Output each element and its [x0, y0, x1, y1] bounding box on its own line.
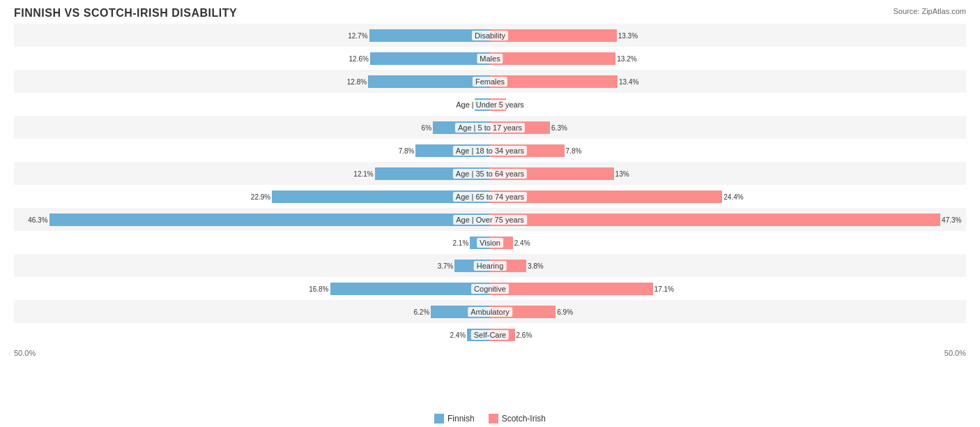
row-center-label: Disability [472, 31, 508, 40]
row-left-value: 2.4% [450, 331, 466, 338]
chart-row: Age | 35 to 64 years12.1%13% [14, 162, 966, 185]
row-right-value: 47.3% [942, 216, 961, 223]
chart-row: Males12.6%13.2% [14, 47, 966, 70]
bar-right [490, 214, 940, 226]
row-left-value: 12.1% [353, 170, 373, 177]
bar-left [330, 283, 490, 295]
row-right-value: 2.6% [516, 331, 533, 338]
legend: Finnish Scotch-Irish [434, 414, 546, 424]
row-center-label: Females [473, 77, 507, 87]
row-left-value: 3.7% [438, 262, 454, 269]
bar-left [49, 214, 490, 226]
row-right-value: 6.9% [557, 308, 573, 315]
source-label: Source: ZipAtlas.com [893, 7, 966, 15]
row-center-label: Age | 35 to 64 years [453, 169, 527, 179]
chart-row: Vision2.1%2.4% [14, 231, 966, 254]
axis-label-left: 50.0% [14, 349, 36, 357]
row-center-label: Age | Under 5 years [453, 100, 527, 110]
bar-right [490, 52, 615, 65]
row-right-value: 13% [615, 170, 629, 177]
chart-row: Age | 18 to 34 years7.8%7.8% [14, 139, 966, 162]
legend-finnish-box [434, 414, 444, 424]
row-left-value: 2.1% [453, 239, 469, 246]
row-center-label: Age | Over 75 years [453, 215, 527, 225]
row-center-label: Age | 5 to 17 years [455, 123, 525, 133]
chart-row: Disability12.7%13.3% [14, 24, 966, 47]
row-center-label: Hearing [474, 261, 507, 271]
row-left-value: 16.8% [309, 285, 328, 292]
row-right-value: 13.4% [619, 77, 638, 85]
chart-row: Age | Under 5 years1.6%1.7% [14, 93, 966, 116]
row-left-value: 12.7% [348, 31, 367, 39]
chart-row: Self-Care2.4%2.6% [14, 323, 966, 346]
row-right-value: 24.4% [723, 193, 743, 200]
chart-row: Age | 5 to 17 years6%6.3% [14, 116, 966, 139]
chart-row: Cognitive16.8%17.1% [14, 277, 966, 300]
chart-row: Hearing3.7%3.8% [14, 254, 966, 277]
legend-scotch-irish-label: Scotch-Irish [502, 414, 546, 424]
chart-row: Females12.8%13.4% [14, 70, 966, 93]
row-left-value: 6% [422, 123, 431, 131]
bar-left [370, 52, 490, 65]
row-left-value: 12.8% [347, 77, 367, 85]
row-right-value: 2.4% [514, 239, 530, 246]
chart-title: FINNISH VS SCOTCH-IRISH DISABILITY [14, 7, 966, 20]
row-center-label: Males [477, 54, 503, 63]
row-center-label: Ambulatory [468, 307, 512, 317]
legend-finnish: Finnish [434, 414, 475, 424]
bar-right [490, 75, 618, 88]
axis-labels: 50.0%50.0% [14, 349, 966, 357]
axis-label-right: 50.0% [944, 349, 966, 357]
row-left-value: 46.3% [28, 216, 47, 223]
chart-row: Ambulatory6.2%6.9% [14, 300, 966, 323]
row-left-value: 22.9% [251, 193, 270, 200]
row-left-value: 6.2% [414, 308, 430, 315]
bar-right [490, 29, 617, 42]
row-right-value: 3.8% [528, 262, 544, 269]
row-center-label: Age | 65 to 74 years [453, 192, 527, 202]
row-right-value: 13.2% [617, 54, 636, 62]
bar-left [368, 75, 490, 88]
chart-area: Disability12.7%13.3%Males12.6%13.2%Femal… [14, 24, 966, 387]
row-right-value: 17.1% [654, 285, 674, 292]
bar-right [490, 283, 653, 295]
row-right-value: 6.3% [551, 123, 567, 131]
row-center-label: Vision [477, 238, 503, 248]
row-left-value: 7.8% [399, 147, 415, 154]
legend-scotch-irish: Scotch-Irish [489, 414, 546, 424]
chart-container: FINNISH VS SCOTCH-IRISH DISABILITY Sourc… [0, 0, 980, 427]
chart-row: Age | 65 to 74 years22.9%24.4% [14, 185, 966, 208]
chart-row: Age | Over 75 years46.3%47.3% [14, 208, 966, 231]
row-right-value: 13.3% [618, 31, 638, 39]
row-right-value: 7.8% [566, 147, 582, 154]
row-center-label: Age | 18 to 34 years [453, 146, 527, 156]
legend-finnish-label: Finnish [447, 414, 475, 424]
row-left-value: 12.6% [349, 54, 369, 62]
row-center-label: Self-Care [471, 330, 509, 340]
row-center-label: Cognitive [471, 284, 509, 294]
legend-scotch-irish-box [489, 414, 498, 424]
